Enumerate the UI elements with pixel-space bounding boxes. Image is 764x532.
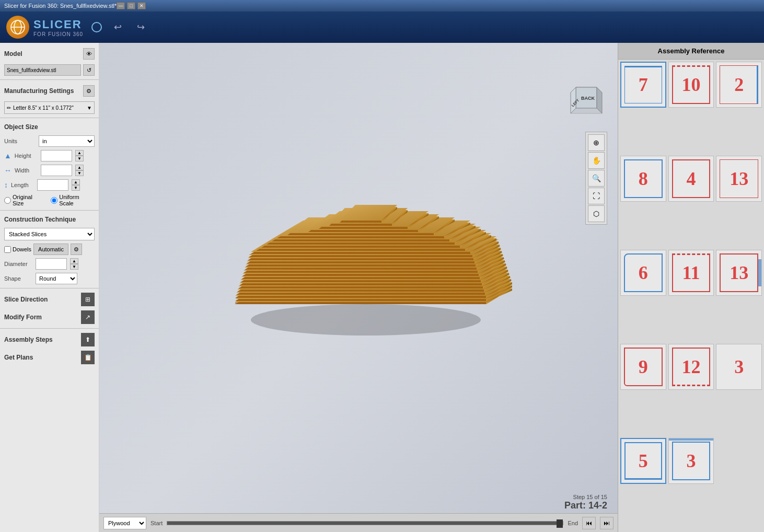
assembly-tile-empty <box>716 438 762 484</box>
assembly-reference-header: Assembly Reference <box>618 43 764 60</box>
width-input[interactable]: 6.644 <box>41 165 72 176</box>
assembly-tile-9[interactable]: 9 <box>620 344 666 390</box>
manufacturing-preset-button[interactable]: ✏ Letter 8.5" x 11" x 0.1772" ▼ <box>4 101 95 114</box>
assembly-tile-8[interactable]: 8 <box>620 156 666 202</box>
material-select[interactable]: Plywood Cardboard MDF Acrylic <box>103 517 146 529</box>
timeline-next-button[interactable]: ⏭ <box>600 517 613 529</box>
manufacturing-gear-button[interactable]: ⚙ <box>83 85 95 97</box>
perspective-tool-button[interactable]: ⬡ <box>588 205 605 222</box>
pan-tool-button[interactable]: ✋ <box>588 152 605 169</box>
model-section-header[interactable]: Model 👁 <box>0 45 99 63</box>
dowels-settings-button[interactable]: ⚙ <box>71 244 82 255</box>
manufacturing-select-row: ✏ Letter 8.5" x 11" x 0.1772" ▼ <box>0 100 99 115</box>
assembly-tile-4[interactable]: 4 <box>668 156 714 202</box>
length-up-button[interactable]: ▲ <box>72 179 80 185</box>
close-button[interactable]: ✕ <box>137 2 146 9</box>
width-up-button[interactable]: ▲ <box>75 165 84 170</box>
width-down-button[interactable]: ▼ <box>75 170 84 176</box>
length-down-button[interactable]: ▼ <box>72 185 80 191</box>
dowels-checkbox[interactable] <box>4 246 11 253</box>
construction-section-header: Construction Technique <box>0 213 99 226</box>
orbit-tool-button[interactable]: ⊕ <box>588 134 605 151</box>
construction-technique-select[interactable]: Stacked Slices Interlocked Slices Curve … <box>4 228 95 240</box>
titlebar-controls: — □ ✕ <box>117 2 146 9</box>
height-row: ▲ Height 2.452 ▲ ▼ <box>0 148 99 163</box>
height-up-button[interactable]: ▲ <box>75 150 84 156</box>
model-file-button[interactable]: Snes_fullfixedview.stl <box>4 64 81 76</box>
assembly-tile-7[interactable]: 7 <box>620 62 666 108</box>
titlebar: Slicer for Fusion 360: Snes_fullfixedvie… <box>0 0 764 11</box>
auto-button[interactable]: Automatic <box>33 244 68 255</box>
assembly-tile-6[interactable]: 6 <box>620 250 666 296</box>
assembly-steps-row[interactable]: Assembly Steps ⬆ <box>0 331 99 349</box>
units-select[interactable]: inmmcm <box>39 135 95 147</box>
divider-3 <box>0 210 99 211</box>
zoom-tool-button[interactable]: 🔍 <box>588 170 605 187</box>
diameter-down-button[interactable]: ▼ <box>70 264 78 270</box>
construction-select-row: Stacked Slices Interlocked Slices Curve … <box>0 226 99 242</box>
height-input[interactable]: 2.452 <box>41 150 72 161</box>
length-spinner: ▲ ▼ <box>72 179 80 191</box>
svg-marker-12 <box>235 302 486 304</box>
manufacturing-section-header[interactable]: Manufacturing Settings ⚙ <box>0 82 99 100</box>
assembly-tile-2-partial[interactable]: 2 <box>716 62 762 108</box>
minimize-button[interactable]: — <box>117 2 125 9</box>
get-plans-button[interactable]: 📋 <box>81 351 95 364</box>
svg-text:BACK: BACK <box>581 96 595 101</box>
slice-direction-button[interactable]: ⊞ <box>81 293 95 306</box>
model-file-row: Snes_fullfixedview.stl ↺ <box>0 63 99 77</box>
divider-1 <box>0 79 99 80</box>
timeline-thumb[interactable] <box>557 519 563 528</box>
undo-button[interactable]: ↩ <box>110 20 125 34</box>
app-header: SLICER FOR FUSION 360 ↩ ↪ <box>0 11 764 43</box>
redo-button[interactable]: ↪ <box>133 20 148 34</box>
timeline-slider[interactable] <box>167 521 563 525</box>
assembly-tile-13-side[interactable]: 13 <box>716 250 762 296</box>
viewport[interactable]: BACK LEFT <box>99 43 618 532</box>
assembly-tile-12[interactable]: 12 <box>668 344 714 390</box>
shape-select[interactable]: Round Square <box>36 273 77 284</box>
get-plans-row[interactable]: Get Plans 📋 <box>0 349 99 366</box>
assembly-tile-10[interactable]: 10 <box>668 62 714 108</box>
info-button[interactable] <box>91 22 102 32</box>
assembly-steps-button[interactable]: ⬆ <box>81 333 95 346</box>
units-row: Units inmmcm <box>0 134 99 148</box>
timeline-start-label: Start <box>151 520 163 526</box>
length-input[interactable]: 8.000 <box>37 179 68 191</box>
assembly-grid: 7 10 2 8 4 13 <box>618 60 764 532</box>
3d-model-svg <box>183 85 549 346</box>
slice-direction-row[interactable]: Slice Direction ⊞ <box>0 291 99 308</box>
assembly-tile-11[interactable]: 11 <box>668 250 714 296</box>
model-refresh-button[interactable]: ↺ <box>83 64 95 76</box>
height-down-button[interactable]: ▼ <box>75 156 84 161</box>
assembly-tile-13-top[interactable]: 13 <box>716 156 762 202</box>
fit-tool-button[interactable]: ⛶ <box>588 188 605 204</box>
diameter-spinner: ▲ ▼ <box>70 258 78 270</box>
original-size-radio[interactable]: Original Size <box>4 194 44 206</box>
diameter-up-button[interactable]: ▲ <box>70 258 78 264</box>
svg-marker-7 <box>571 108 602 113</box>
diameter-row: Diameter 0.250 ▲ ▼ <box>0 257 99 271</box>
main-area: Model 👁 Snes_fullfixedview.stl ↺ Manufac… <box>0 43 764 532</box>
length-row: ↕ Length 8.000 ▲ ▼ <box>0 178 99 192</box>
uniform-scale-radio[interactable]: Uniform Scale <box>51 194 95 206</box>
assembly-tile-3-bottom[interactable]: 3 <box>668 438 714 484</box>
modify-form-row[interactable]: Modify Form ↗ <box>0 308 99 326</box>
diameter-input[interactable]: 0.250 <box>36 258 67 270</box>
titlebar-title: Slicer for Fusion 360: Snes_fullfixedvie… <box>4 3 117 9</box>
part-label: Part: 14-2 <box>564 500 607 511</box>
assembly-tile-3-top[interactable]: 3 <box>716 344 762 390</box>
bottom-bar: Plywood Cardboard MDF Acrylic Start End … <box>99 513 618 532</box>
timeline-prev-button[interactable]: ⏮ <box>582 517 596 529</box>
model-eye-button[interactable]: 👁 <box>83 48 95 60</box>
dowels-row: Dowels Automatic ⚙ <box>0 242 99 257</box>
assembly-tile-5[interactable]: 5 <box>620 438 666 484</box>
left-sidebar: Model 👁 Snes_fullfixedview.stl ↺ Manufac… <box>0 43 99 532</box>
divider-2 <box>0 118 99 118</box>
dowels-checkbox-label[interactable]: Dowels <box>4 246 31 253</box>
object-size-header: Object Size <box>0 120 99 134</box>
maximize-button[interactable]: □ <box>127 2 135 9</box>
length-icon: ↕ <box>4 181 8 189</box>
modify-form-button[interactable]: ↗ <box>81 310 95 324</box>
width-row: ↔ Width 6.644 ▲ ▼ <box>0 163 99 178</box>
